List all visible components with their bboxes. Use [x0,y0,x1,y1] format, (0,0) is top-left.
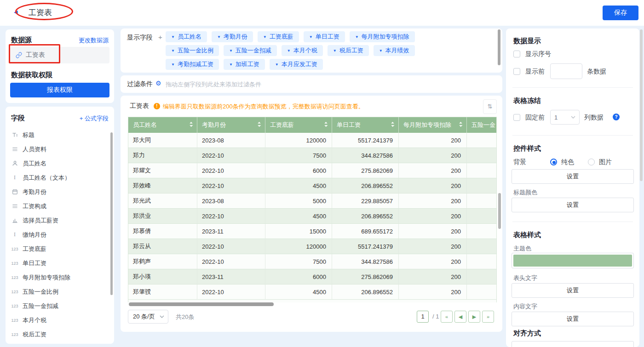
column-header[interactable]: 单日工资 [332,117,399,133]
display-fields-scrollbar[interactable] [498,29,500,65]
table-vertical-scrollbar[interactable] [498,193,501,229]
field-item[interactable]: I员工姓名（文本） [11,171,108,185]
table-row[interactable]: 郑鹤声2022-107500344.827586200 [128,254,496,269]
field-item[interactable]: I缴纳月份 [11,228,108,242]
theme-color-swatch[interactable] [512,253,634,268]
image-radio[interactable] [588,159,595,165]
sort-icon[interactable] [257,121,261,129]
save-button[interactable]: 保存 [603,6,638,20]
next-page-button[interactable]: ▶ [468,311,480,323]
display-field-tag[interactable]: ▼税后工资 [328,45,369,56]
display-field-tag[interactable]: ▼本月应发工资 [270,59,323,70]
solid-color-radio[interactable] [550,159,557,165]
field-item[interactable]: 123五险一金比例 [11,284,108,299]
add-display-field-icon[interactable]: + [158,33,162,41]
field-item[interactable]: 123五险一金扣减 [11,299,108,313]
help-icon[interactable]: ? [613,114,620,120]
table-row[interactable]: 郑效峰2022-104500206.896552200 [128,178,496,193]
display-field-tag[interactable]: ▼每月附加专项扣除 [350,31,415,42]
table-row[interactable]: 郑大同2023-081200005517.241379200 [128,133,496,148]
table-row[interactable]: 郑光武2023-085000229.885057200 [128,193,496,209]
field-label: 单日工资 [23,259,46,267]
sort-icon[interactable] [189,121,193,129]
display-field-tag[interactable]: ▼单日工资 [304,31,345,42]
title-color-set-button[interactable]: 设置 [512,198,634,212]
field-item[interactable]: 标题 [11,128,108,142]
field-item[interactable]: 考勤月份 [11,185,108,199]
table-row[interactable]: 郑耀文2022-106000275.862069200 [128,163,496,178]
tag-label: 加班工资 [236,60,259,68]
table-cell: 6000 [265,269,332,284]
sort-toggle-button[interactable]: ⇅ [483,99,497,114]
column-header[interactable]: 员工姓名 [128,117,197,133]
show-index-checkbox[interactable] [513,51,520,57]
table-cell: 4500 [265,178,332,193]
fix-columns-checkbox[interactable] [513,114,520,121]
last-page-button[interactable]: » [482,311,494,323]
table-cell: 2023-11 [197,224,265,239]
change-datasource-link[interactable]: 更改数据源 [79,36,109,45]
number-icon: 123 [11,247,18,251]
table-row[interactable]: 郑洪业2022-104500206.896552200 [128,209,496,224]
first-page-button[interactable]: « [441,311,453,323]
column-header[interactable]: 考勤月份 [197,117,265,133]
text-icon: I [11,231,18,238]
fields-scrollbar[interactable] [110,132,113,295]
table-cell: 郑力 [128,148,197,163]
add-formula-field-link[interactable]: + 公式字段 [80,114,109,123]
sort-icon[interactable] [324,121,328,129]
current-page-input[interactable]: 1 [417,311,429,323]
display-field-tag[interactable]: ▼员工姓名 [166,31,207,42]
display-field-tag[interactable]: ▼五险一金比例 [166,45,219,56]
data-table: 员工姓名考勤月份工资底薪单日工资每月附加专项扣除五险一金 郑大同2023-081… [128,117,497,302]
table-row[interactable]: 郑小瑛2023-116000275.862069200 [128,269,496,284]
field-item[interactable]: 123本月个税 [11,313,108,327]
header-text-set-button[interactable]: 设置 [512,283,634,298]
prev-page-button[interactable]: ◀ [454,311,466,323]
column-header[interactable]: 工资底薪 [265,117,332,133]
field-item[interactable]: 选择员工薪资 [11,213,108,228]
settings-scrollbar[interactable] [640,29,643,181]
gear-icon[interactable]: ⚙ [155,80,161,87]
table-cell: 200 [399,284,467,300]
fix-count-select[interactable]: 1 [550,110,580,125]
table-row[interactable]: 郑力2022-107500344.827586200 [128,148,496,163]
display-field-tag[interactable]: ▼考勤月份 [212,31,253,42]
horizontal-scrollbar[interactable] [129,302,274,306]
report-permission-button[interactable]: 报表权限 [10,83,109,97]
background-set-button[interactable]: 设置 [512,169,634,184]
display-field-tag[interactable]: ▼本月个税 [282,45,323,56]
table-row[interactable]: 郑肇骙2022-104500206.896552200 [128,284,496,300]
caret-down-icon: ▼ [263,35,267,39]
page-size-select[interactable]: 20 条/页 [128,310,168,324]
field-item[interactable]: 员工姓名 [11,156,108,171]
display-field-tag[interactable]: ▼本月绩效 [374,45,415,56]
field-item[interactable]: 人员资料 [11,142,108,156]
table-row[interactable]: 郑慕倩2023-1115000689.655172200 [128,224,496,239]
display-field-tag[interactable]: ▼考勤扣减工资 [166,59,219,70]
field-item[interactable]: 123单日工资 [11,256,108,270]
filter-placeholder: 拖动左侧字段到此处来添加过滤条件 [166,80,261,89]
show-first-input[interactable] [550,63,582,79]
column-header[interactable]: 五险一金 [467,117,497,133]
field-item[interactable]: 工资构成 [11,199,108,213]
display-field-tag[interactable]: ▼工资底薪 [258,31,299,42]
show-first-checkbox[interactable] [513,68,520,75]
table-cell: 344.827586 [332,148,399,163]
field-item[interactable]: 123税后工资 [11,327,108,341]
display-field-tag[interactable]: ▼五险一金扣减 [224,45,277,56]
table-row[interactable]: 郑云从2022-101200005517.241379200 [128,239,496,254]
column-header[interactable]: 每月附加专项扣除 [399,117,467,133]
display-field-tag[interactable]: ▼加班工资 [224,59,265,70]
display-fields-panel: 显示字段 + ▼员工姓名▼考勤月份▼工资底薪▼单日工资▼每月附加专项扣除▼五险一… [121,28,502,73]
table-cell [467,284,497,300]
back-icon[interactable]: ◀ [14,9,17,15]
datasource-item[interactable]: 工资表 [10,47,109,63]
field-item[interactable]: 123工资底薪 [11,242,108,256]
tag-row: ▼员工姓名▼考勤月份▼工资底薪▼单日工资▼每月附加专项扣除 [166,31,497,42]
field-item[interactable]: 123每月附加专项扣除 [11,270,108,284]
sort-icon[interactable] [391,121,395,129]
sort-icon[interactable] [459,121,463,129]
align-control-partial[interactable] [512,341,634,347]
content-text-set-button[interactable]: 设置 [512,312,634,326]
